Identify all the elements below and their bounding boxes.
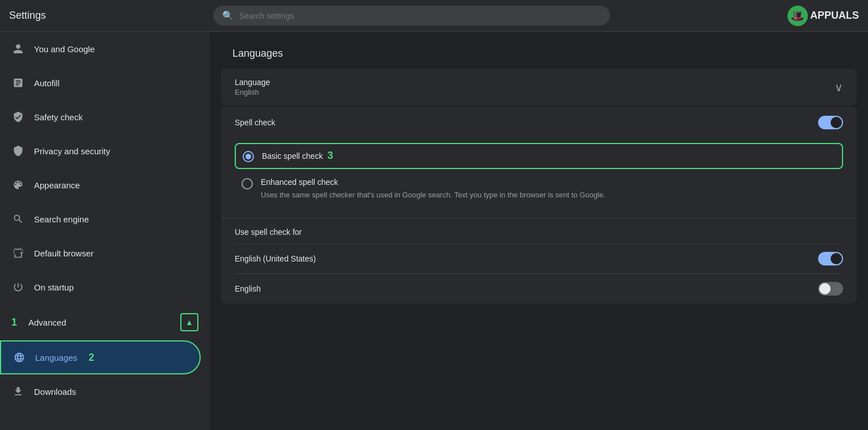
shield-icon [11,144,25,158]
spell-check-options: Basic spell check 3 Enhanced spell check… [221,138,857,218]
enhanced-spell-check-content: Enhanced spell check Uses the same spell… [261,177,606,201]
sidebar-label-autofill: Autofill [34,78,60,88]
spell-check-toggle[interactable] [818,116,843,129]
sidebar-advanced-title: Advanced [28,318,66,327]
spell-check-toggle-thumb [831,117,842,128]
language-row-subtitle: English [235,88,835,96]
globe-icon [12,351,26,364]
use-spell-check-for: Use spell check for English (United Stat… [221,218,857,303]
person-icon [11,42,25,56]
english-us-label: English (United States) [235,254,818,263]
search-engine-icon [11,212,25,226]
content-area: Languages Language English ∨ Spell check [210,32,868,430]
settings-title: Settings [9,10,213,22]
english-label: English [235,284,818,293]
sidebar-item-safety-check[interactable]: Safety check [0,100,201,134]
sidebar-item-privacy-security[interactable]: Privacy and security [0,134,201,168]
sidebar: You and Google Autofill Safety check [0,32,210,430]
sidebar-label-you-and-google: You and Google [34,44,95,54]
sidebar-label-search-engine: Search engine [34,214,89,224]
sidebar-item-downloads[interactable]: Downloads [0,374,201,408]
language-card: Language English ∨ [221,69,857,106]
topbar: Settings 🔍 🎩 APPUALS [0,0,868,32]
enhanced-spell-check-label: Enhanced spell check [261,178,338,187]
sidebar-item-you-and-google[interactable]: You and Google [0,32,201,66]
language-row-title: Language [235,78,835,87]
english-row: English [235,273,843,303]
enhanced-spell-check-desc: Uses the same spell checker that's used … [261,189,606,201]
main-layout: You and Google Autofill Safety check [0,32,868,430]
basic-spell-check-radio[interactable] [243,151,254,162]
basic-spell-check-option[interactable]: Basic spell check 3 [235,143,843,169]
advanced-number: 1 [11,317,17,328]
sidebar-label-default-browser: Default browser [34,248,94,258]
spell-check-for-title: Use spell check for [235,227,843,237]
spell-check-card: Spell check Basic spell check 3 [221,107,857,303]
sidebar-label-on-startup: On startup [34,283,74,292]
basic-spell-check-content: Basic spell check 3 [262,150,333,162]
sidebar-label-privacy-security: Privacy and security [34,146,110,156]
basic-spell-check-label: Basic spell check [262,151,323,161]
sidebar-label-downloads: Downloads [34,387,76,397]
english-us-row: English (United States) [235,243,843,273]
spell-check-title: Spell check [235,118,818,127]
language-row-content: Language English [235,78,835,96]
spell-check-header: Spell check [221,107,857,138]
advanced-chevron-icon[interactable]: ▲ [180,313,198,331]
sidebar-item-default-browser[interactable]: Default browser [0,236,201,270]
english-toggle-thumb [819,283,831,294]
sidebar-label-appearance: Appearance [34,180,80,190]
english-us-toggle[interactable] [818,252,843,265]
languages-number: 2 [88,352,94,364]
sidebar-item-autofill[interactable]: Autofill [0,66,201,100]
english-toggle[interactable] [818,282,843,296]
sidebar-label-languages: Languages [35,353,77,362]
search-input[interactable] [239,11,601,20]
sidebar-label-safety-check: Safety check [34,112,83,122]
sidebar-advanced-header[interactable]: 1 Advanced ▲ [0,304,210,340]
download-icon [11,385,25,398]
enhanced-spell-check-option[interactable]: Enhanced spell check Uses the same spell… [235,171,843,206]
logo-text: APPUALS [810,10,859,22]
shield-check-icon [11,110,25,124]
palette-icon [11,178,25,192]
search-bar[interactable]: 🔍 [213,6,610,26]
sidebar-item-appearance[interactable]: Appearance [0,168,201,202]
sidebar-item-search-engine[interactable]: Search engine [0,202,201,236]
language-row[interactable]: Language English ∨ [221,69,857,106]
topbar-logo: 🎩 APPUALS [787,6,859,26]
document-icon [11,76,25,90]
language-expand-icon[interactable]: ∨ [835,81,843,94]
sidebar-item-on-startup[interactable]: On startup [0,270,201,304]
enhanced-spell-check-radio[interactable] [242,178,253,189]
english-us-toggle-thumb [831,253,842,264]
logo-icon: 🎩 [787,6,808,26]
search-icon: 🔍 [222,10,234,21]
sidebar-item-languages[interactable]: Languages 2 [0,340,201,374]
browser-icon [11,246,25,260]
languages-section-title: Languages [210,43,868,69]
power-icon [11,280,25,294]
basic-spell-check-badge: 3 [327,150,333,162]
